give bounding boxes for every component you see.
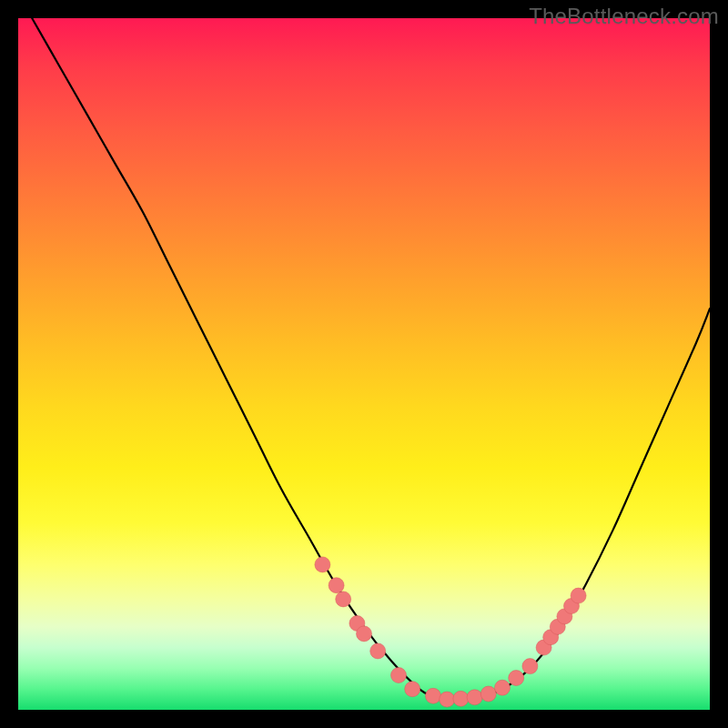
data-marker bbox=[522, 659, 538, 674]
data-marker bbox=[453, 691, 469, 706]
data-marker bbox=[571, 588, 586, 603]
data-marker bbox=[336, 592, 351, 607]
data-marker bbox=[370, 643, 386, 659]
data-marker bbox=[467, 690, 482, 705]
chart-svg bbox=[18, 18, 710, 710]
data-marker bbox=[495, 680, 511, 695]
data-marker bbox=[426, 688, 441, 703]
watermark-text: TheBottleneck.com bbox=[529, 4, 719, 29]
data-marker bbox=[480, 686, 496, 702]
data-marker bbox=[405, 682, 420, 697]
bottleneck-curve bbox=[32, 18, 710, 700]
data-marker bbox=[329, 578, 344, 593]
data-marker bbox=[357, 626, 372, 642]
data-marker bbox=[315, 557, 330, 572]
marker-group bbox=[315, 557, 586, 707]
data-marker bbox=[509, 671, 524, 686]
data-marker bbox=[440, 692, 455, 707]
chart-frame: TheBottleneck.com bbox=[0, 0, 728, 728]
plot-area bbox=[18, 18, 710, 710]
data-marker bbox=[391, 668, 407, 683]
